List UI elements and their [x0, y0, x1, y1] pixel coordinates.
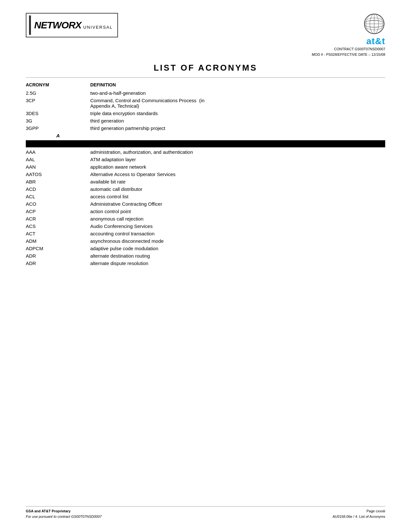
acronym-cell: AAN — [26, 163, 90, 171]
definition-cell: available bit rate — [90, 178, 385, 185]
logo-text: NETWORXUNIVERSAL — [34, 20, 113, 31]
section-letter: A — [26, 132, 90, 139]
table-row: AAL ATM adaptation layer — [26, 156, 385, 163]
definition-cell: Audio Conferencing Services — [90, 222, 385, 230]
networx-logo: NETWORXUNIVERSAL — [26, 13, 118, 37]
acronym-cell: 3G — [26, 117, 90, 124]
footer-right: Page cxxxiii AU0158.06e / 4. List of Acr… — [333, 508, 385, 519]
acronym-cell: 2.5G — [26, 89, 90, 97]
section-letter-row: A — [26, 132, 385, 139]
att-logo-block: at&t CONTRACT GS00T07NSD0007 MOD # - PS0… — [312, 13, 385, 57]
table-header-row: ACRONYM DEFINITION — [26, 81, 385, 89]
definition-cell: application aware network — [90, 163, 385, 171]
black-bar-acronym — [26, 139, 90, 148]
acronym-cell: ADPCM — [26, 245, 90, 252]
acronym-cell: 3GPP — [26, 124, 90, 132]
acronym-cell: ABR — [26, 178, 90, 185]
page-title: LIST OF ACRONYMS — [26, 63, 385, 73]
acronym-cell: 3DES — [26, 110, 90, 117]
table-row: ACS Audio Conferencing Services — [26, 222, 385, 230]
table-row: 3CP Command, Control and Communications … — [26, 97, 385, 110]
table-row: ACD automatic call distributor — [26, 185, 385, 193]
definition-cell: two-and-a-half-generation — [90, 89, 385, 97]
section-bar-row — [26, 139, 385, 148]
definition-cell: adaptive pulse code modulation — [90, 245, 385, 252]
definition-cell: third generation partnership project — [90, 124, 385, 132]
section-letter-def-cell — [90, 132, 385, 139]
page: NETWORXUNIVERSAL at&t — [0, 0, 411, 532]
logo-border — [29, 15, 31, 35]
contract-line2: MOD # - PS028/EFFECTIVE DATE – 12/15/08 — [312, 52, 385, 57]
acronym-cell: 3CP — [26, 97, 90, 110]
footer-right-line1: Page cxxxiii — [333, 508, 385, 514]
col-definition-header: DEFINITION — [90, 81, 385, 89]
att-brand-text: at&t — [312, 36, 385, 46]
acronym-cell: AATOS — [26, 171, 90, 178]
table-row: ACP action control point — [26, 208, 385, 215]
table-row: ABR available bit rate — [26, 178, 385, 185]
table-row: ADR alternate dispute resolution — [26, 260, 385, 267]
table-body: 2.5G two-and-a-half-generation 3CP Comma… — [26, 89, 385, 267]
acronym-cell: AAL — [26, 156, 90, 163]
acronym-cell: AAA — [26, 148, 90, 156]
definition-cell: anonymous call rejection — [90, 215, 385, 222]
table-row: AAN application aware network — [26, 163, 385, 171]
universal-label: UNIVERSAL — [83, 25, 113, 30]
definition-cell: alternate destination routing — [90, 252, 385, 260]
acronym-cell: ADR — [26, 260, 90, 267]
table-row: ADM asynchronous disconnected mode — [26, 237, 385, 245]
table-row: 3G third generation — [26, 117, 385, 124]
acronym-cell: ACO — [26, 200, 90, 208]
acronym-cell: ADM — [26, 237, 90, 245]
definition-cell: third generation — [90, 117, 385, 124]
definition-cell: Command, Control and Communications Proc… — [90, 97, 385, 110]
definition-cell: triple data encryption standards — [90, 110, 385, 117]
acronym-cell: ACD — [26, 185, 90, 193]
att-globe-icon — [363, 13, 385, 35]
table-row: ADPCM adaptive pulse code modulation — [26, 245, 385, 252]
black-bar-right — [90, 140, 385, 147]
table-row: ACL access control list — [26, 193, 385, 200]
table-row: 3GPP third generation partnership projec… — [26, 124, 385, 132]
definition-cell: automatic call distributor — [90, 185, 385, 193]
definition-cell: Administrative Contracting Officer — [90, 200, 385, 208]
col-acronym-header: ACRONYM — [26, 81, 90, 89]
contract-info: CONTRACT GS00T07NSD0007 MOD # - PS028/EF… — [312, 46, 385, 57]
definition-cell: administration, authorization, and authe… — [90, 148, 385, 156]
definition-cell: accounting control transaction — [90, 230, 385, 237]
footer-right-line2: AU0158.06e / 4. List of Acronyms — [333, 514, 385, 519]
acronym-cell: ACL — [26, 193, 90, 200]
table-row: AAA administration, authorization, and a… — [26, 148, 385, 156]
definition-cell: asynchronous disconnected mode — [90, 237, 385, 245]
table-row: ACR anonymous call rejection — [26, 215, 385, 222]
contract-line1: CONTRACT GS00T07NSD0007 — [312, 46, 385, 52]
footer: GSA and AT&T Proprietary For use pursuan… — [26, 506, 385, 519]
header: NETWORXUNIVERSAL at&t — [26, 13, 385, 57]
definition-cell: access control list — [90, 193, 385, 200]
definition-cell: ATM adaptation layer — [90, 156, 385, 163]
table-row: 2.5G two-and-a-half-generation — [26, 89, 385, 97]
top-divider — [26, 77, 385, 78]
black-bar-definition — [90, 139, 385, 148]
table-row: ACT accounting control transaction — [26, 230, 385, 237]
acronym-table: ACRONYM DEFINITION 2.5G two-and-a-half-g… — [26, 81, 385, 267]
table-row: 3DES triple data encryption standards — [26, 110, 385, 117]
table-row: AATOS Alternative Access to Operator Ser… — [26, 171, 385, 178]
acronym-cell: ACT — [26, 230, 90, 237]
acronym-cell: ADR — [26, 252, 90, 260]
definition-cell: alternate dispute resolution — [90, 260, 385, 267]
acronym-cell: ACS — [26, 222, 90, 230]
table-row: ACO Administrative Contracting Officer — [26, 200, 385, 208]
definition-cell: action control point — [90, 208, 385, 215]
footer-left-line2: For use pursuant to contract GS00T07NSD0… — [26, 514, 102, 519]
acronym-cell: ACR — [26, 215, 90, 222]
table-row: ADR alternate destination routing — [26, 252, 385, 260]
black-bar-left — [26, 140, 90, 147]
acronym-cell: ACP — [26, 208, 90, 215]
footer-left-line1: GSA and AT&T Proprietary — [26, 508, 102, 514]
definition-cell: Alternative Access to Operator Services — [90, 171, 385, 178]
networx-brand: NETWORX — [34, 20, 81, 30]
footer-left: GSA and AT&T Proprietary For use pursuan… — [26, 508, 102, 519]
